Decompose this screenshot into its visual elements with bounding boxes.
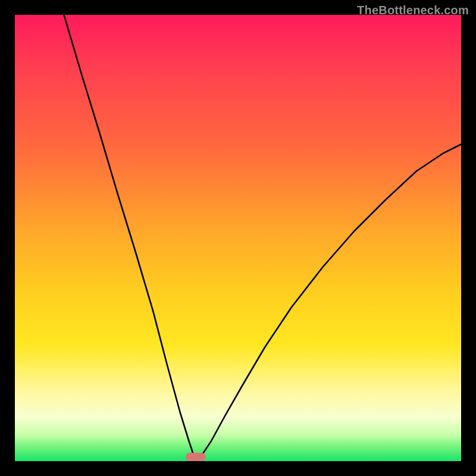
plot-area xyxy=(15,15,461,461)
watermark-text: TheBottleneck.com xyxy=(357,4,469,17)
curve-svg xyxy=(15,15,461,461)
bottleneck-curve xyxy=(64,15,462,459)
chart-canvas: TheBottleneck.com xyxy=(0,0,476,476)
bottleneck-marker xyxy=(186,453,206,461)
